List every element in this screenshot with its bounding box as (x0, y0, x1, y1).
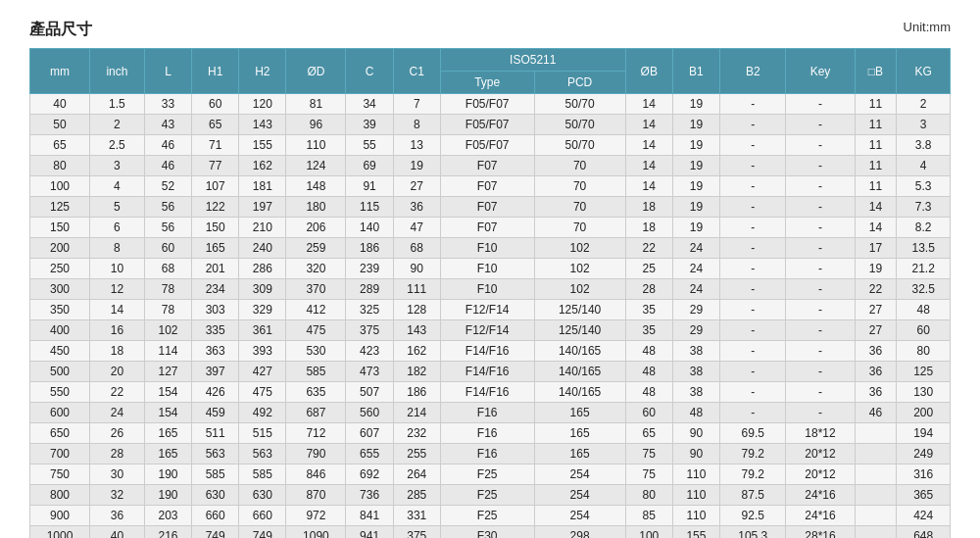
table-row: 40016102335361475375143F12/F14125/140352… (30, 320, 951, 341)
col-C: C (346, 49, 393, 94)
table-cell: 24*16 (786, 506, 855, 526)
table-cell: 8.2 (897, 218, 951, 238)
table-cell: - (720, 238, 786, 259)
table-cell: 143 (393, 320, 440, 341)
table-cell: 20*12 (786, 444, 855, 465)
table-cell: 150 (192, 218, 239, 238)
table-cell: 18 (625, 218, 672, 238)
table-cell: 687 (286, 403, 346, 423)
table-cell: 69 (346, 156, 393, 176)
table-cell: 14 (855, 218, 897, 238)
table-cell: 48 (625, 341, 672, 362)
table-cell: 29 (672, 300, 719, 320)
table-cell: 27 (855, 300, 897, 320)
col-inch: inch (90, 49, 145, 94)
table-cell: 110 (672, 465, 719, 485)
table-cell: - (720, 115, 786, 135)
table-cell: F07 (440, 176, 534, 197)
table-cell: 181 (239, 176, 286, 197)
table-cell: 585 (286, 362, 346, 382)
table-cell: F25 (440, 465, 534, 485)
table-cell: 17 (855, 238, 897, 259)
table-cell: 46 (855, 403, 897, 423)
table-cell: 115 (346, 197, 393, 218)
table-cell: 20 (90, 362, 145, 382)
table-cell: 749 (239, 526, 286, 539)
table-cell: 80 (897, 341, 951, 362)
table-cell: 30 (90, 465, 145, 485)
table-cell: 80 (30, 156, 90, 176)
table-cell: 5 (90, 197, 145, 218)
table-cell: 397 (192, 362, 239, 382)
table-cell: 70 (534, 197, 625, 218)
table-cell: 102 (534, 238, 625, 259)
table-cell: 130 (897, 382, 951, 403)
table-cell: 13 (393, 135, 440, 156)
table-cell: 165 (534, 403, 625, 423)
table-cell: 120 (239, 94, 286, 115)
table-cell: 10 (90, 259, 145, 279)
table-cell: 125/140 (534, 300, 625, 320)
table-cell: 11 (855, 176, 897, 197)
table-cell: 125 (30, 197, 90, 218)
table-cell: 19 (672, 94, 719, 115)
table-cell: 79.2 (720, 444, 786, 465)
table-cell: 7 (393, 94, 440, 115)
col-sqB: □B (855, 49, 897, 94)
table-cell: 148 (286, 176, 346, 197)
table-cell: - (786, 279, 855, 300)
table-cell: 563 (192, 444, 239, 465)
table-cell: 206 (286, 218, 346, 238)
table-cell: 361 (239, 320, 286, 341)
table-cell: 423 (346, 341, 393, 362)
table-cell: 56 (144, 218, 191, 238)
table-body: 401.5336012081347F05/F0750/701419--11250… (30, 94, 951, 539)
table-cell: - (720, 197, 786, 218)
table-cell: 790 (286, 444, 346, 465)
table-cell: 78 (144, 279, 191, 300)
table-cell: 60 (144, 238, 191, 259)
table-cell: 65 (625, 423, 672, 444)
table-cell: - (786, 300, 855, 320)
table-cell: 264 (393, 465, 440, 485)
table-cell: 375 (346, 320, 393, 341)
table-cell: 8 (90, 238, 145, 259)
table-cell: 19 (855, 259, 897, 279)
table-cell: 11 (855, 156, 897, 176)
table-cell: 165 (534, 444, 625, 465)
table-cell: 124 (286, 156, 346, 176)
table-cell: 165 (144, 423, 191, 444)
table-cell: 24 (672, 238, 719, 259)
table-cell: - (720, 403, 786, 423)
table-cell: 700 (30, 444, 90, 465)
table-cell: 56 (144, 197, 191, 218)
table-cell: 92.5 (720, 506, 786, 526)
table-cell: - (720, 341, 786, 362)
table-cell: 234 (192, 279, 239, 300)
table-cell: 250 (30, 259, 90, 279)
table-cell: 2 (897, 94, 951, 115)
table-cell: 140/165 (534, 362, 625, 382)
table-cell: - (786, 382, 855, 403)
table-cell: F16 (440, 444, 534, 465)
table-cell: 363 (192, 341, 239, 362)
table-cell: F14/F16 (440, 362, 534, 382)
table-cell: - (786, 156, 855, 176)
table-cell: 459 (192, 403, 239, 423)
table-cell: 3 (90, 156, 145, 176)
col-OB: ØB (625, 49, 672, 94)
table-cell: 194 (897, 423, 951, 444)
table-cell: - (786, 197, 855, 218)
table-row: 55022154426475635507186F14/F16140/165483… (30, 382, 951, 403)
table-cell: 80 (625, 485, 672, 506)
table-cell: 515 (239, 423, 286, 444)
table-cell: 21.2 (897, 259, 951, 279)
table-row: 3501478303329412325128F12/F14125/1403529… (30, 300, 951, 320)
table-cell: 186 (346, 238, 393, 259)
table-cell: 18 (90, 341, 145, 362)
table-cell: 122 (192, 197, 239, 218)
table-cell: 563 (239, 444, 286, 465)
table-cell: 2 (90, 115, 145, 135)
table-cell: F10 (440, 238, 534, 259)
table-cell: F07 (440, 156, 534, 176)
